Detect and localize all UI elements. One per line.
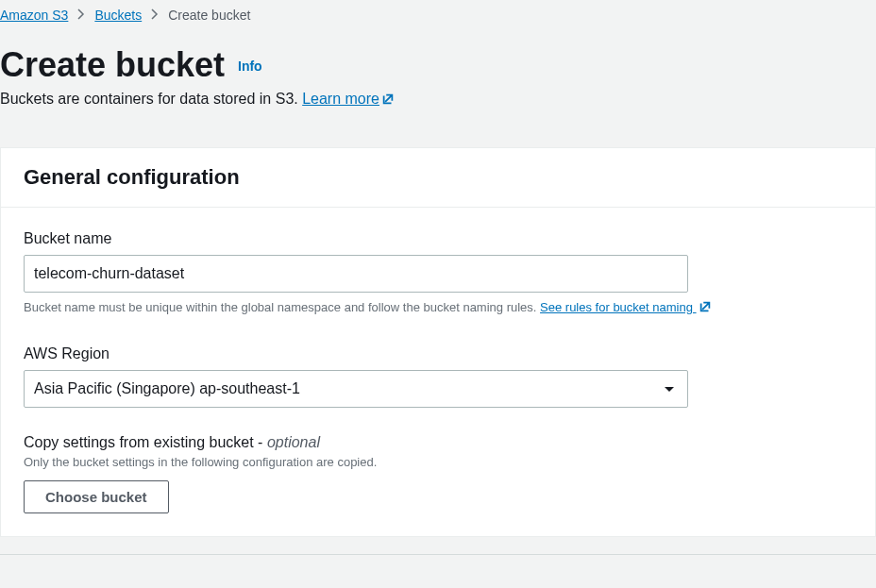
region-select[interactable]: Asia Pacific (Singapore) ap-southeast-1	[24, 370, 688, 408]
hint-text: Bucket name must be unique within the gl…	[24, 300, 540, 314]
page-header: Create bucket Info Buckets are container…	[0, 23, 876, 121]
copy-settings-label: Copy settings from existing bucket - opt…	[24, 434, 852, 451]
bucket-naming-rules-link[interactable]: See rules for bucket naming	[540, 300, 712, 314]
general-config-panel: General configuration Bucket name Bucket…	[0, 147, 876, 537]
bucket-name-input[interactable]	[24, 255, 688, 293]
page-subtitle: Buckets are containers for data stored i…	[0, 91, 876, 109]
panel-header: General configuration	[1, 148, 875, 208]
region-label: AWS Region	[24, 345, 852, 362]
copy-settings-label-text: Copy settings from existing bucket -	[24, 434, 267, 450]
bucket-name-label: Bucket name	[24, 230, 852, 247]
bucket-name-hint: Bucket name must be unique within the gl…	[24, 298, 852, 319]
learn-more-link[interactable]: Learn more	[302, 91, 395, 107]
external-link-icon	[699, 300, 712, 319]
field-copy-settings: Copy settings from existing bucket - opt…	[24, 434, 852, 514]
divider	[0, 554, 876, 555]
field-bucket-name: Bucket name Bucket name must be unique w…	[24, 230, 852, 319]
breadcrumb-link-s3[interactable]: Amazon S3	[0, 8, 68, 23]
external-link-icon	[381, 92, 395, 109]
region-selected-value: Asia Pacific (Singapore) ap-southeast-1	[34, 380, 300, 397]
choose-bucket-button[interactable]: Choose bucket	[24, 480, 169, 513]
panel-body: Bucket name Bucket name must be unique w…	[1, 208, 875, 536]
chevron-right-icon	[77, 8, 85, 23]
subtitle-text: Buckets are containers for data stored i…	[0, 91, 302, 107]
info-link[interactable]: Info	[238, 59, 262, 74]
optional-text: optional	[267, 434, 320, 450]
chevron-right-icon	[151, 8, 159, 23]
page-title: Create bucket	[0, 45, 225, 85]
breadcrumb-current: Create bucket	[168, 8, 250, 23]
breadcrumb: Amazon S3 Buckets Create bucket	[0, 0, 876, 23]
breadcrumb-link-buckets[interactable]: Buckets	[94, 8, 142, 23]
copy-settings-hint: Only the bucket settings in the followin…	[24, 453, 852, 472]
panel-title: General configuration	[24, 165, 852, 190]
field-region: AWS Region Asia Pacific (Singapore) ap-s…	[24, 345, 852, 408]
region-select-wrap: Asia Pacific (Singapore) ap-southeast-1	[24, 370, 688, 408]
